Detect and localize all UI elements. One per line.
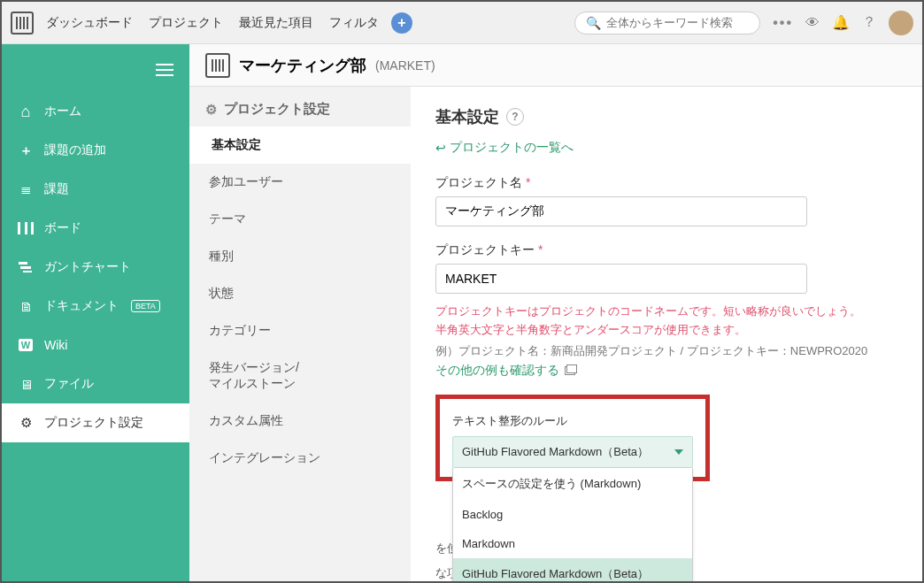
sidebar-toggle-icon[interactable] [156,60,173,80]
beta-badge: BETA [131,300,160,312]
document-icon [18,298,34,314]
settings-nav-integration[interactable]: インテグレーション [189,440,411,477]
back-to-list-link[interactable]: プロジェクトの一覧へ [435,140,897,156]
nav-projects[interactable]: プロジェクト [149,15,223,31]
file-icon [18,376,34,392]
page-title: 基本設定 ? [435,106,897,127]
project-header: マーケティング部 (MARKET) [189,44,922,87]
nav-recent[interactable]: 最近見た項目 [239,15,313,31]
top-nav: ダッシュボード プロジェクト 最近見た項目 フィルタ [46,15,379,31]
sidebar-item-file[interactable]: ファイル [2,364,189,403]
other-examples-link[interactable]: その他の例も確認する [435,363,559,377]
gear-icon [18,415,34,431]
option-backlog[interactable]: Backlog [453,500,692,529]
settings-nav-custom-attr[interactable]: カスタム属性 [189,403,411,440]
settings-nav-type[interactable]: 種別 [189,238,411,275]
option-space-default[interactable]: スペースの設定を使う (Markdown) [453,468,692,500]
add-button[interactable]: + [391,12,412,34]
settings-nav-status[interactable]: 状態 [189,275,411,312]
help-icon[interactable]: ? [506,108,524,126]
top-icons: ••• 👁 🔔 ？ [773,11,913,35]
board-icon [18,220,34,236]
option-gfm-beta[interactable]: GitHub Flavored Markdown（Beta） [453,558,692,581]
plus-icon [18,142,34,158]
settings-nav-theme[interactable]: テーマ [189,201,411,238]
top-bar: ダッシュボード プロジェクト 最近見た項目 フィルタ + 🔍 ••• 👁 🔔 ？ [2,2,922,44]
sidebar-item-document[interactable]: ドキュメントBETA [2,287,189,326]
gantt-icon [18,259,34,275]
select-options: スペースの設定を使う (Markdown) Backlog Markdown G… [452,468,693,581]
chevron-down-icon [674,449,683,455]
gear-icon: ⚙ [205,102,217,118]
new-window-icon [565,366,575,375]
text-rule-label: テキスト整形のルール [452,413,693,429]
project-key: (MARKET) [375,58,435,73]
form-area: 基本設定 ? プロジェクトの一覧へ プロジェクト名 * プロジェクトキー * プ… [411,87,922,581]
sidebar-item-project-settings[interactable]: プロジェクト設定 [2,403,189,442]
app-logo-icon[interactable] [11,12,34,35]
project-key-input[interactable] [435,264,807,294]
help-icon[interactable]: ？ [862,13,876,32]
watch-icon[interactable]: 👁 [805,15,820,31]
text-rule-highlight: テキスト整形のルール GitHub Flavored Markdown（Beta… [435,395,710,481]
nav-filter[interactable]: フィルタ [329,15,379,31]
project-key-label: プロジェクトキー * [435,242,897,258]
sidebar-item-home[interactable]: ホーム [2,92,189,131]
text-rule-select[interactable]: GitHub Flavored Markdown（Beta） スペースの設定を使… [452,436,693,468]
sidebar-item-issues[interactable]: 課題 [2,170,189,209]
sidebar-item-gantt[interactable]: ガントチャート [2,248,189,287]
sidebar-item-add-issue[interactable]: 課題の追加 [2,131,189,170]
settings-nav-basic[interactable]: 基本設定 [189,127,411,164]
option-markdown[interactable]: Markdown [453,529,692,558]
sidebar-item-board[interactable]: ボード [2,209,189,248]
settings-nav-members[interactable]: 参加ユーザー [189,164,411,201]
settings-nav-head: ⚙ プロジェクト設定 [189,87,411,127]
global-search[interactable]: 🔍 [574,12,760,35]
settings-nav-version[interactable]: 発生バージョン/ マイルストーン [189,349,411,403]
settings-nav-category[interactable]: カテゴリー [189,312,411,349]
search-icon: 🔍 [586,16,601,30]
project-icon [205,53,230,78]
avatar[interactable] [889,11,913,35]
home-icon [18,104,34,119]
sidebar-item-wiki[interactable]: Wiki [2,326,189,364]
settings-nav: ⚙ プロジェクト設定 基本設定 参加ユーザー テーマ 種別 状態 カテゴリー 発… [189,87,411,581]
bell-icon[interactable]: 🔔 [832,14,850,31]
nav-dashboard[interactable]: ダッシュボード [46,15,133,31]
project-sidebar: ホーム 課題の追加 課題 ボード ガントチャート ドキュメントBETA Wiki… [2,44,189,581]
search-input[interactable] [606,16,749,29]
project-name-label: プロジェクト名 * [435,175,897,191]
project-key-example: 例）プロジェクト名：新商品開発プロジェクト / プロジェクトキー：NEWPRO2… [435,343,897,359]
wiki-icon [18,337,34,353]
more-icon[interactable]: ••• [773,15,793,31]
list-icon [18,181,34,197]
project-name: マーケティング部 [239,55,366,76]
project-name-input[interactable] [435,196,807,226]
select-display[interactable]: GitHub Flavored Markdown（Beta） [452,436,693,468]
project-key-hint: プロジェクトキーはプロジェクトのコードネームです。短い略称が良いでしょう。 半角… [435,303,897,340]
